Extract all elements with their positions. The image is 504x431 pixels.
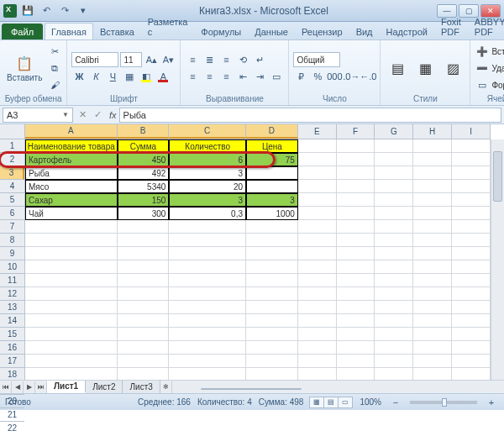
cancel-formula-icon[interactable]: ✕ xyxy=(75,108,90,123)
cell-H17[interactable] xyxy=(413,355,452,368)
cell-A4[interactable]: Мясо xyxy=(25,180,118,193)
zoom-out-icon[interactable]: − xyxy=(388,395,403,410)
cell-I11[interactable] xyxy=(452,274,491,287)
copy-icon[interactable]: ⧉ xyxy=(47,60,62,76)
tab-view[interactable]: Вид xyxy=(349,23,380,39)
cell-H1[interactable] xyxy=(413,139,452,153)
align-bottom-icon[interactable]: ≡ xyxy=(218,52,234,67)
cell-E15[interactable] xyxy=(298,328,337,341)
cell-D7[interactable] xyxy=(246,220,298,234)
cell-C9[interactable] xyxy=(169,247,246,260)
cell-E3[interactable] xyxy=(298,166,337,180)
cell-F6[interactable] xyxy=(337,207,375,220)
increase-font-icon[interactable]: A▴ xyxy=(144,52,159,67)
next-sheet-icon[interactable]: ▶ xyxy=(24,381,35,393)
cell-C13[interactable] xyxy=(169,301,246,314)
view-page-layout-icon[interactable]: ▤ xyxy=(323,397,339,408)
cell-D3[interactable] xyxy=(246,166,298,180)
cell-B2[interactable]: 450 xyxy=(118,153,170,166)
cell-C10[interactable] xyxy=(169,260,246,274)
cell-G11[interactable] xyxy=(375,274,413,287)
row-header-4[interactable]: 4 xyxy=(0,180,24,193)
row-header-14[interactable]: 14 xyxy=(0,314,24,328)
cell-I1[interactable] xyxy=(452,139,491,153)
cell-G14[interactable] xyxy=(375,314,413,328)
qat-dropdown-icon[interactable]: ▾ xyxy=(76,3,91,18)
cell-D1[interactable]: Цена xyxy=(246,139,298,153)
cell-H14[interactable] xyxy=(413,314,452,328)
prev-sheet-icon[interactable]: ◀ xyxy=(12,381,24,393)
cell-F4[interactable] xyxy=(337,180,375,193)
cell-D15[interactable] xyxy=(246,328,298,341)
cell-I5[interactable] xyxy=(452,193,491,207)
cell-H3[interactable] xyxy=(413,166,452,180)
cell-G13[interactable] xyxy=(375,301,413,314)
cell-E9[interactable] xyxy=(298,247,337,260)
increase-decimal-icon[interactable]: .0→ xyxy=(344,69,359,84)
sheet-tab-2[interactable]: Лист2 xyxy=(86,381,123,393)
cell-C5[interactable]: 3 xyxy=(169,193,246,207)
format-table-button[interactable]: ▦ xyxy=(412,57,438,79)
cell-D9[interactable] xyxy=(246,247,298,260)
cell-H10[interactable] xyxy=(413,260,452,274)
undo-icon[interactable]: ↶ xyxy=(39,3,54,18)
tab-insert[interactable]: Вставка xyxy=(93,23,141,39)
cell-F10[interactable] xyxy=(337,260,375,274)
zoom-in-icon[interactable]: + xyxy=(484,395,499,410)
cell-A14[interactable] xyxy=(25,314,118,328)
cell-D17[interactable] xyxy=(246,355,298,368)
cell-E7[interactable] xyxy=(298,220,337,234)
cell-D16[interactable] xyxy=(246,341,298,355)
row-header-17[interactable]: 17 xyxy=(0,355,24,368)
tab-addins[interactable]: Надстрой xyxy=(380,23,434,39)
cell-I2[interactable] xyxy=(452,153,491,166)
row-header-16[interactable]: 16 xyxy=(0,341,24,355)
cell-H15[interactable] xyxy=(413,328,452,341)
cell-I12[interactable] xyxy=(452,287,491,301)
new-sheet-icon[interactable]: ✻ xyxy=(160,381,172,393)
cell-E13[interactable] xyxy=(298,301,337,314)
scrollbar-thumb[interactable] xyxy=(201,388,302,390)
cell-F8[interactable] xyxy=(337,234,375,247)
cell-A3[interactable]: Рыба xyxy=(25,166,118,180)
cell-B4[interactable]: 5340 xyxy=(118,180,170,193)
redo-icon[interactable]: ↷ xyxy=(57,3,72,18)
cell-A1[interactable]: Наименование товара xyxy=(25,139,118,153)
cell-H2[interactable] xyxy=(413,153,452,166)
col-header-C[interactable]: C xyxy=(169,124,246,139)
cell-E12[interactable] xyxy=(298,287,337,301)
cell-D13[interactable] xyxy=(246,301,298,314)
row-header-5[interactable]: 5 xyxy=(0,193,24,207)
cell-G12[interactable] xyxy=(375,287,413,301)
view-normal-icon[interactable]: ▦ xyxy=(309,397,324,408)
cell-I10[interactable] xyxy=(452,260,491,274)
cell-H13[interactable] xyxy=(413,301,452,314)
cell-E2[interactable] xyxy=(298,153,337,166)
cell-G10[interactable] xyxy=(375,260,413,274)
cell-G18[interactable] xyxy=(375,368,413,380)
cell-B8[interactable] xyxy=(118,234,170,247)
row-header-2[interactable]: 2 xyxy=(0,153,24,166)
cell-G15[interactable] xyxy=(375,328,413,341)
row-header-12[interactable]: 12 xyxy=(0,287,24,301)
cell-G16[interactable] xyxy=(375,341,413,355)
font-color-icon[interactable]: A xyxy=(155,69,171,84)
cell-A2[interactable]: Картофель xyxy=(25,153,118,166)
cell-G7[interactable] xyxy=(375,220,413,234)
cell-E10[interactable] xyxy=(298,260,337,274)
cell-A17[interactable] xyxy=(25,355,118,368)
cell-G6[interactable] xyxy=(375,207,413,220)
tab-file[interactable]: Файл xyxy=(2,24,43,39)
cell-H16[interactable] xyxy=(413,341,452,355)
cell-I3[interactable] xyxy=(452,166,491,180)
enter-formula-icon[interactable]: ✓ xyxy=(90,108,105,123)
cell-D6[interactable]: 1000 xyxy=(246,207,298,220)
percent-icon[interactable]: % xyxy=(310,69,325,84)
cell-E11[interactable] xyxy=(298,274,337,287)
cell-D12[interactable] xyxy=(246,287,298,301)
cell-H6[interactable] xyxy=(413,207,452,220)
wrap-text-icon[interactable]: ↵ xyxy=(252,52,267,67)
tab-home[interactable]: Главная xyxy=(45,23,93,39)
cell-styles-button[interactable]: ▨ xyxy=(440,57,465,79)
tab-review[interactable]: Рецензир xyxy=(295,23,349,39)
